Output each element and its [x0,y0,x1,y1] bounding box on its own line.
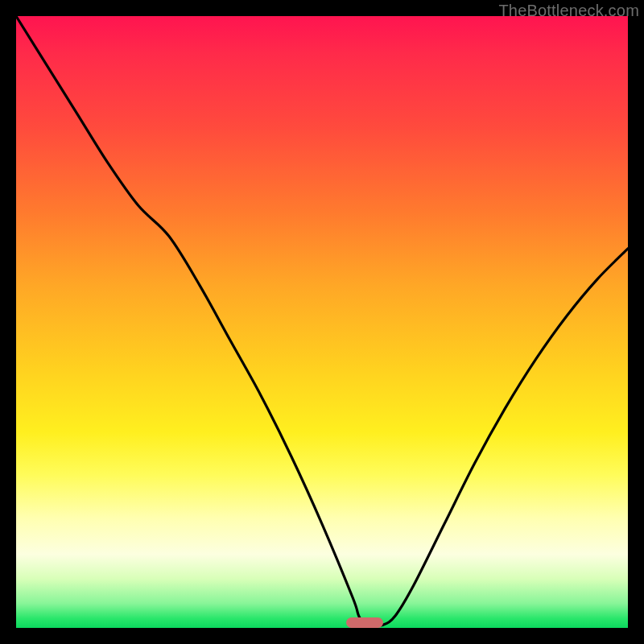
optimal-point-marker [346,617,383,628]
chart-frame: TheBottleneck.com [0,0,644,644]
curve-path [16,16,628,625]
chart-plot-area [16,16,628,628]
bottleneck-curve [16,16,628,628]
